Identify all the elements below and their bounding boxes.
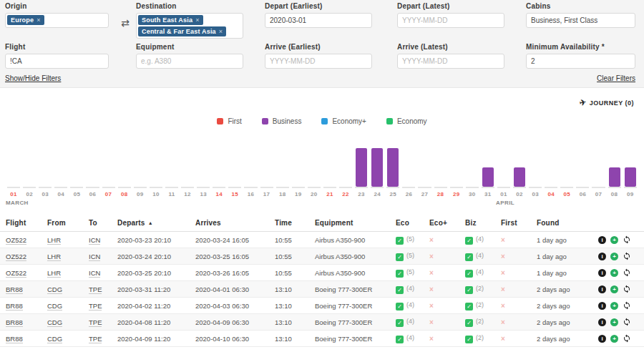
- refresh-icon[interactable]: [623, 268, 631, 277]
- departs-cell: 2020-04-02 11:20: [114, 298, 192, 314]
- filter-chip[interactable]: Europe×: [7, 15, 44, 25]
- availability-count: (4): [406, 285, 414, 292]
- availability-bar[interactable]: [514, 167, 525, 187]
- flight-link[interactable]: OZ522: [6, 269, 26, 278]
- day-label: 24: [369, 188, 385, 197]
- from-airport-link[interactable]: CDG: [47, 318, 62, 327]
- legend-swatch-icon: [386, 118, 393, 124]
- flight-link[interactable]: BR88: [6, 285, 23, 294]
- from-airport-link[interactable]: CDG: [47, 285, 62, 294]
- info-icon[interactable]: i: [598, 302, 606, 310]
- journey-button[interactable]: ✈ JOURNEY (0): [580, 98, 634, 107]
- add-to-journey-icon[interactable]: +: [610, 335, 618, 343]
- column-header-time[interactable]: Time: [272, 215, 312, 232]
- column-header-flight[interactable]: Flight: [0, 215, 44, 232]
- refresh-icon[interactable]: [623, 301, 631, 310]
- chip-remove-icon[interactable]: ×: [195, 16, 199, 24]
- chart-day: 14: [211, 147, 227, 197]
- info-icon[interactable]: i: [598, 335, 606, 343]
- cabins-input[interactable]: [526, 13, 635, 28]
- add-to-journey-icon[interactable]: +: [610, 236, 618, 244]
- arrive-latest-input[interactable]: [397, 54, 504, 69]
- origin-input[interactable]: Europe×: [5, 13, 109, 28]
- info-icon[interactable]: i: [598, 269, 606, 277]
- arrive-earliest-input[interactable]: [265, 54, 372, 69]
- refresh-icon[interactable]: [623, 235, 631, 244]
- biz-availability-cell: ✓(2): [462, 281, 498, 298]
- from-airport-link[interactable]: CDG: [47, 302, 62, 311]
- flight-link[interactable]: OZ522: [6, 236, 26, 245]
- to-airport-link[interactable]: TPE: [89, 335, 102, 343]
- legend-item-business[interactable]: Business: [262, 117, 302, 125]
- filter-chip[interactable]: Central & Far East Asia×: [138, 26, 226, 36]
- chip-remove-icon[interactable]: ×: [36, 16, 40, 24]
- info-icon[interactable]: i: [598, 236, 606, 244]
- to-airport-link[interactable]: ICN: [89, 269, 100, 278]
- bar-area: [623, 147, 638, 187]
- filter-chip[interactable]: South East Asia×: [138, 15, 203, 25]
- swap-origin-destination-icon[interactable]: ⇄: [114, 18, 136, 28]
- arrive-earliest-field: Arrive (Earliest): [265, 43, 372, 69]
- column-header-equipment[interactable]: Equipment: [312, 215, 393, 232]
- to-airport-link[interactable]: ICN: [89, 253, 100, 261]
- destination-input[interactable]: South East Asia×Central & Far East Asia×: [136, 13, 243, 39]
- from-airport-link[interactable]: CDG: [47, 335, 62, 343]
- column-header-to[interactable]: To: [86, 215, 114, 232]
- info-icon[interactable]: i: [598, 318, 606, 326]
- column-header-first[interactable]: First: [498, 215, 534, 232]
- availability-bar[interactable]: [356, 148, 367, 187]
- flight-link[interactable]: BR88: [6, 302, 23, 311]
- add-to-journey-icon[interactable]: +: [610, 318, 618, 326]
- from-airport-link[interactable]: LHR: [47, 236, 61, 245]
- column-header-label: Equipment: [315, 219, 353, 227]
- refresh-icon[interactable]: [623, 252, 631, 260]
- column-header-found[interactable]: Found: [534, 215, 591, 232]
- column-header-biz[interactable]: Biz: [462, 215, 498, 232]
- clear-filters-link[interactable]: Clear Filters: [597, 74, 635, 82]
- from-airport-link[interactable]: LHR: [47, 253, 61, 261]
- column-header-label: From: [47, 219, 66, 227]
- legend-item-first[interactable]: First: [217, 117, 241, 125]
- column-header-departs[interactable]: Departs▲: [114, 215, 192, 232]
- info-icon[interactable]: i: [598, 253, 606, 260]
- column-header-from[interactable]: From: [44, 215, 86, 232]
- flight-link[interactable]: OZ522: [6, 253, 26, 261]
- flight-link[interactable]: BR88: [6, 318, 23, 327]
- availability-bar[interactable]: [625, 167, 636, 187]
- add-to-journey-icon[interactable]: +: [610, 269, 618, 277]
- column-header-eco[interactable]: Eco: [393, 215, 426, 232]
- add-to-journey-icon[interactable]: +: [610, 253, 618, 260]
- add-to-journey-icon[interactable]: +: [610, 285, 618, 293]
- to-airport-link[interactable]: ICN: [89, 236, 100, 245]
- equipment-input[interactable]: [136, 54, 243, 69]
- refresh-icon[interactable]: [623, 334, 631, 343]
- first-availability-cell: ×: [498, 331, 534, 347]
- day-label: 06: [575, 188, 590, 197]
- depart-earliest-input[interactable]: [265, 13, 372, 28]
- availability-bar[interactable]: [387, 148, 399, 187]
- info-icon[interactable]: i: [598, 285, 606, 293]
- depart-latest-input[interactable]: [397, 13, 504, 28]
- legend-item-economy[interactable]: Economy: [386, 117, 427, 125]
- bar-area: [543, 147, 559, 187]
- flight-link[interactable]: BR88: [6, 335, 23, 343]
- availability-bar[interactable]: [609, 167, 620, 187]
- to-airport-link[interactable]: TPE: [89, 302, 102, 311]
- to-airport-link[interactable]: TPE: [89, 318, 102, 327]
- biz-availability-cell: ✓(2): [462, 298, 498, 314]
- from-airport-link[interactable]: LHR: [47, 269, 61, 278]
- chip-remove-icon[interactable]: ×: [219, 28, 223, 35]
- show-hide-filters-link[interactable]: Show/Hide Filters: [5, 74, 61, 82]
- column-header-eco[interactable]: Eco+: [426, 215, 462, 232]
- refresh-icon[interactable]: [623, 285, 631, 293]
- flight-input[interactable]: [5, 54, 109, 69]
- legend-item-economyplus[interactable]: Economy+: [321, 117, 366, 125]
- availability-bar[interactable]: [482, 167, 494, 187]
- column-header-label: Departs: [117, 219, 145, 227]
- min-availability-input[interactable]: [526, 54, 635, 69]
- refresh-icon[interactable]: [623, 318, 631, 326]
- to-airport-link[interactable]: TPE: [89, 285, 102, 294]
- add-to-journey-icon[interactable]: +: [610, 302, 618, 310]
- availability-bar[interactable]: [371, 148, 383, 187]
- column-header-arrives[interactable]: Arrives: [192, 215, 272, 232]
